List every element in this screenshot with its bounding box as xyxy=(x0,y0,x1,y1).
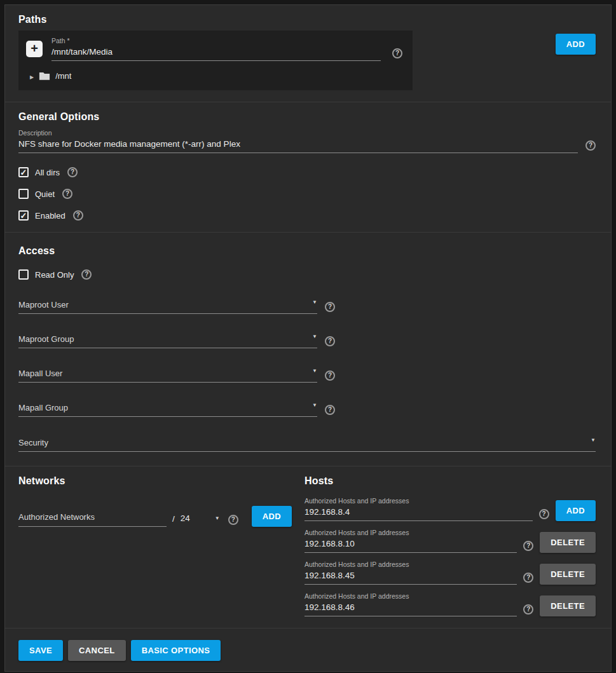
read-only-row: Read Only xyxy=(18,269,596,280)
cancel-button[interactable]: CANCEL xyxy=(68,640,126,661)
host-field-label: Authorized Hosts and IP addresses xyxy=(305,497,533,505)
nfs-share-form: Paths Path * /mnt/tank/Media /mnt xyxy=(4,4,612,672)
delete-host-button[interactable]: DELETE xyxy=(540,595,596,616)
host-row: Authorized Hosts and IP addresses 192.16… xyxy=(305,497,596,521)
networks-hosts-row: Networks Authorized Networks / 24 ADD Ho… xyxy=(5,466,611,628)
hosts-section: Hosts Authorized Hosts and IP addresses … xyxy=(305,466,611,628)
delete-host-button[interactable]: DELETE xyxy=(540,532,596,553)
all-dirs-row: All dirs xyxy=(18,167,596,177)
add-folder-icon[interactable] xyxy=(26,41,43,57)
host-input[interactable]: 192.168.8.10 xyxy=(305,539,517,553)
expand-arrow-icon[interactable] xyxy=(30,70,34,81)
mapall-group-value: Mapall Group xyxy=(18,403,68,412)
access-section: Access Read Only Maproot User Maproot Gr… xyxy=(5,233,611,466)
cidr-value: 24 xyxy=(181,513,190,523)
tree-node-label[interactable]: /mnt xyxy=(55,71,71,81)
general-options-title: General Options xyxy=(18,111,596,123)
enabled-row: Enabled xyxy=(18,210,596,221)
maproot-group-value: Maproot Group xyxy=(18,334,74,344)
access-title: Access xyxy=(18,245,596,257)
host-input[interactable]: 192.168.8.45 xyxy=(305,571,517,585)
host-help-icon[interactable] xyxy=(523,604,533,615)
host-input[interactable]: 192.168.8.46 xyxy=(305,602,517,616)
authorized-networks-input[interactable]: Authorized Networks xyxy=(18,511,167,527)
maproot-group-help-icon[interactable] xyxy=(325,336,335,346)
cidr-separator: / xyxy=(172,514,175,527)
mapall-group-select[interactable]: Mapall Group xyxy=(18,401,317,417)
delete-host-button[interactable]: DELETE xyxy=(540,564,596,585)
chevron-down-icon xyxy=(312,329,317,341)
host-row: Authorized Hosts and IP addresses 192.16… xyxy=(305,561,596,585)
read-only-label[interactable]: Read Only xyxy=(35,270,74,280)
host-row: Authorized Hosts and IP addresses 192.16… xyxy=(305,592,596,616)
enabled-checkbox[interactable] xyxy=(18,210,29,221)
maproot-group-select[interactable]: Maproot Group xyxy=(18,332,317,348)
security-select[interactable]: Security xyxy=(18,436,596,452)
path-field-label: Path * xyxy=(51,37,381,44)
enabled-help-icon[interactable] xyxy=(73,210,83,221)
mapall-group-help-icon[interactable] xyxy=(325,405,335,415)
quiet-label[interactable]: Quiet xyxy=(35,189,55,199)
host-help-icon[interactable] xyxy=(539,509,549,519)
enabled-label[interactable]: Enabled xyxy=(35,211,65,221)
description-label: Description xyxy=(18,129,578,137)
all-dirs-checkbox[interactable] xyxy=(18,167,29,177)
basic-options-button[interactable]: BASIC OPTIONS xyxy=(131,640,221,661)
form-actions: SAVE CANCEL BASIC OPTIONS xyxy=(5,629,611,671)
security-value: Security xyxy=(18,438,48,447)
add-network-button[interactable]: ADD xyxy=(252,506,292,527)
add-path-button[interactable]: ADD xyxy=(556,34,596,55)
path-explorer-panel: Path * /mnt/tank/Media /mnt xyxy=(18,31,413,90)
mapall-user-help-icon[interactable] xyxy=(325,370,335,381)
all-dirs-help-icon[interactable] xyxy=(67,167,78,177)
general-options-section: General Options Description NFS share fo… xyxy=(5,102,611,232)
mapall-user-value: Mapall User xyxy=(18,369,62,378)
chevron-down-icon xyxy=(312,398,317,409)
paths-section: Paths Path * /mnt/tank/Media /mnt xyxy=(5,5,611,102)
path-help-icon[interactable] xyxy=(392,48,402,58)
all-dirs-label[interactable]: All dirs xyxy=(35,168,60,177)
save-button[interactable]: SAVE xyxy=(18,640,63,661)
chevron-down-icon xyxy=(591,433,596,444)
host-field-label: Authorized Hosts and IP addresses xyxy=(305,529,517,536)
authorized-networks-value: Authorized Networks xyxy=(18,512,95,522)
host-input[interactable]: 192.168.8.4 xyxy=(305,507,533,521)
maproot-user-help-icon[interactable] xyxy=(325,302,335,312)
hosts-title: Hosts xyxy=(305,475,596,487)
maproot-user-select[interactable]: Maproot User xyxy=(18,298,317,314)
folder-icon xyxy=(39,71,50,81)
networks-section: Networks Authorized Networks / 24 ADD xyxy=(5,466,305,628)
description-help-icon[interactable] xyxy=(585,140,596,151)
cidr-select[interactable]: 24 xyxy=(181,513,220,527)
read-only-checkbox[interactable] xyxy=(18,269,29,280)
mapall-user-select[interactable]: Mapall User xyxy=(18,367,317,383)
path-input[interactable]: /mnt/tank/Media xyxy=(51,47,381,61)
host-help-icon[interactable] xyxy=(523,573,533,583)
networks-title: Networks xyxy=(18,475,292,487)
quiet-row: Quiet xyxy=(18,189,596,199)
networks-help-icon[interactable] xyxy=(228,515,238,525)
host-help-icon[interactable] xyxy=(523,541,533,551)
chevron-down-icon xyxy=(215,512,220,522)
host-field-label: Authorized Hosts and IP addresses xyxy=(305,592,517,600)
quiet-checkbox[interactable] xyxy=(18,189,29,199)
quiet-help-icon[interactable] xyxy=(62,189,72,199)
chevron-down-icon xyxy=(312,364,317,375)
description-input[interactable]: NFS share for Docker media management (*… xyxy=(18,139,578,153)
host-row: Authorized Hosts and IP addresses 192.16… xyxy=(305,529,596,553)
add-host-button[interactable]: ADD xyxy=(556,500,596,521)
read-only-help-icon[interactable] xyxy=(81,269,92,280)
tree-node-mnt[interactable]: /mnt xyxy=(26,70,402,81)
paths-title: Paths xyxy=(18,14,596,25)
chevron-down-icon xyxy=(312,295,317,306)
maproot-user-value: Maproot User xyxy=(18,300,69,309)
host-field-label: Authorized Hosts and IP addresses xyxy=(305,561,517,568)
